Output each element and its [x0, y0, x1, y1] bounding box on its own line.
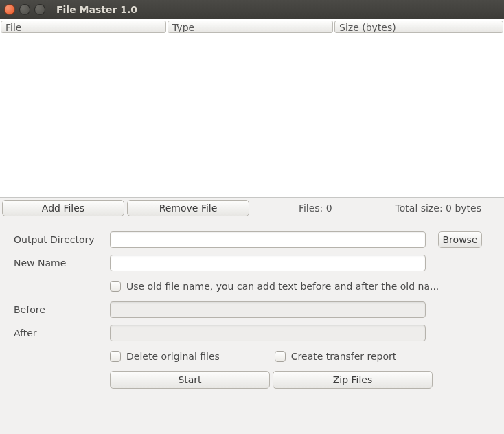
new-name-label: New Name	[14, 258, 110, 269]
total-size: Total size: 0 bytes	[382, 203, 502, 214]
maximize-icon[interactable]	[34, 4, 45, 15]
start-button[interactable]: Start	[110, 371, 270, 389]
checkbox-icon	[110, 281, 121, 292]
delete-original-checkbox[interactable]: Delete original files	[110, 351, 220, 362]
window-title: File Master 1.0	[56, 4, 137, 15]
browse-button[interactable]: Browse	[438, 231, 482, 248]
table-body[interactable]	[0, 34, 504, 197]
column-header-type[interactable]: Type	[168, 21, 333, 33]
new-name-input[interactable]	[110, 255, 426, 271]
delete-original-label: Delete original files	[126, 351, 220, 362]
table-header: File Type Size (bytes)	[0, 19, 504, 34]
checkbox-icon	[110, 351, 121, 362]
remove-file-button[interactable]: Remove File	[127, 200, 249, 216]
use-old-name-label: Use old file name, you can add text befo…	[126, 281, 439, 292]
output-directory-input[interactable]	[110, 231, 426, 248]
create-report-label: Create transfer report	[291, 351, 396, 362]
close-icon[interactable]	[4, 4, 15, 15]
zip-files-button[interactable]: Zip Files	[273, 371, 433, 389]
column-header-size[interactable]: Size (bytes)	[334, 21, 503, 33]
form-area: Output Directory Browse New Name Use old…	[0, 218, 504, 401]
minimize-icon[interactable]	[19, 4, 30, 15]
after-label: After	[14, 328, 110, 339]
files-count: Files: 0	[285, 203, 346, 214]
before-label: Before	[14, 304, 110, 315]
titlebar: File Master 1.0	[0, 0, 504, 19]
output-directory-label: Output Directory	[14, 234, 110, 245]
checkbox-icon	[275, 351, 286, 362]
files-label: Files:	[299, 203, 323, 214]
files-count-value: 0	[326, 203, 332, 214]
after-input	[110, 325, 426, 341]
file-table: File Type Size (bytes)	[0, 19, 504, 198]
column-header-file[interactable]: File	[1, 21, 166, 33]
use-old-name-checkbox[interactable]: Use old file name, you can add text befo…	[110, 281, 439, 292]
total-size-label: Total size:	[396, 203, 443, 214]
create-report-checkbox[interactable]: Create transfer report	[275, 351, 396, 362]
client-area: File Type Size (bytes) Add Files Remove …	[0, 19, 504, 434]
total-size-value: 0 bytes	[446, 203, 481, 214]
add-files-button[interactable]: Add Files	[2, 200, 124, 216]
toolbar: Add Files Remove File Files: 0 Total siz…	[0, 198, 504, 218]
before-input	[110, 301, 426, 318]
